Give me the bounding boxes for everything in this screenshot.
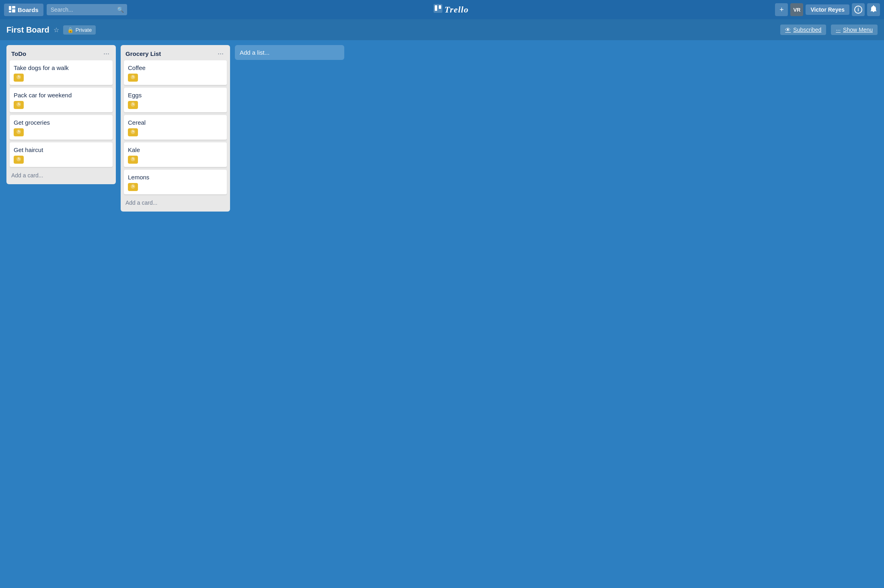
list-title: Grocery List: [125, 50, 161, 57]
board-privacy-button[interactable]: 🔒 Private: [63, 25, 96, 35]
trello-logo-text: Trello: [444, 4, 469, 15]
card[interactable]: Kale: [124, 142, 227, 167]
trello-logo-icon: [434, 4, 442, 15]
user-name-label: Victor Reyes: [810, 6, 845, 13]
card-title: Coffee: [128, 64, 223, 71]
svg-rect-0: [9, 6, 11, 10]
board-content: ToDo···Take dogs for a walkPack car for …: [0, 40, 884, 216]
subscribed-label: Subscribed: [793, 27, 821, 33]
show-menu-label: Show Menu: [843, 27, 873, 33]
card[interactable]: Lemons: [124, 170, 227, 195]
eye-icon: 👁: [785, 27, 791, 33]
board-header: First Board ☆ 🔒 Private 👁 Subscribed ···…: [0, 19, 884, 40]
ellipsis-icon: ···: [836, 27, 841, 33]
card[interactable]: Coffee: [124, 60, 227, 85]
clock-icon: [130, 102, 136, 108]
add-icon: +: [779, 6, 784, 14]
svg-rect-5: [435, 5, 437, 11]
add-list-label: Add a list...: [240, 49, 269, 56]
list-todo: ToDo···Take dogs for a walkPack car for …: [6, 45, 116, 184]
clock-icon: [16, 102, 21, 108]
clock-icon: [16, 156, 21, 163]
svg-rect-1: [12, 6, 15, 8]
card-title: Get groceries: [14, 119, 109, 126]
add-card-button[interactable]: Add a card...: [10, 170, 113, 181]
add-button[interactable]: +: [775, 3, 788, 16]
clock-icon: [130, 156, 136, 163]
search-input[interactable]: [47, 4, 127, 15]
list-grocery: Grocery List···CoffeeEggsCerealKaleLemon…: [121, 45, 230, 212]
header-right: + VR Victor Reyes i: [775, 3, 880, 16]
card-title: Get haircut: [14, 146, 109, 153]
add-list-button[interactable]: Add a list...: [235, 45, 344, 60]
card-title: Take dogs for a walk: [14, 64, 109, 71]
board-header-right: 👁 Subscribed ··· Show Menu: [780, 25, 878, 35]
info-icon: i: [854, 6, 862, 14]
lock-icon: 🔒: [67, 27, 74, 33]
list-header: Grocery List···: [124, 48, 227, 60]
card-badge: [14, 156, 24, 164]
card[interactable]: Pack car for weekend: [10, 88, 113, 113]
card-badge: [128, 128, 138, 136]
card-title: Kale: [128, 146, 223, 153]
clock-icon: [16, 129, 21, 136]
list-title: ToDo: [11, 50, 26, 57]
card-badge: [14, 101, 24, 109]
card-title: Pack car for weekend: [14, 92, 109, 99]
star-icon: ☆: [53, 27, 59, 33]
privacy-label: Private: [76, 27, 92, 33]
card-badge: [128, 183, 138, 191]
card[interactable]: Take dogs for a walk: [10, 60, 113, 85]
search-icon: 🔍: [117, 6, 124, 13]
subscribed-button[interactable]: 👁 Subscribed: [780, 25, 826, 35]
svg-rect-6: [439, 5, 441, 9]
app-header: Boards 🔍 Trello + VR Victor Reyes i: [0, 0, 884, 19]
card-title: Eggs: [128, 92, 223, 99]
search-wrapper: 🔍: [47, 4, 127, 15]
card-badge: [128, 74, 138, 82]
svg-rect-3: [9, 11, 11, 12]
card[interactable]: Eggs: [124, 88, 227, 113]
board-star-button[interactable]: ☆: [53, 26, 59, 34]
clock-icon: [130, 184, 136, 190]
list-menu-button[interactable]: ···: [216, 50, 225, 57]
list-header: ToDo···: [10, 48, 113, 60]
board-title: First Board: [6, 25, 49, 35]
avatar-initials: VR: [793, 7, 800, 13]
card-badge: [14, 128, 24, 136]
user-name-button[interactable]: Victor Reyes: [806, 4, 849, 15]
boards-button[interactable]: Boards: [4, 4, 43, 16]
clock-icon: [130, 129, 136, 136]
card-badge: [14, 74, 24, 82]
notifications-button[interactable]: [867, 3, 880, 16]
show-menu-button[interactable]: ··· Show Menu: [831, 25, 878, 35]
bell-icon: [870, 5, 877, 14]
card[interactable]: Cereal: [124, 115, 227, 140]
trello-logo: Trello: [130, 4, 772, 15]
card-title: Lemons: [128, 174, 223, 181]
info-button[interactable]: i: [852, 3, 865, 16]
add-card-button[interactable]: Add a card...: [124, 197, 227, 208]
list-menu-button[interactable]: ···: [102, 50, 111, 57]
boards-label: Boards: [18, 6, 39, 13]
card-badge: [128, 101, 138, 109]
card-title: Cereal: [128, 119, 223, 126]
clock-icon: [16, 74, 21, 81]
svg-rect-2: [12, 9, 15, 12]
card[interactable]: Get groceries: [10, 115, 113, 140]
avatar-button[interactable]: VR: [790, 3, 803, 16]
card[interactable]: Get haircut: [10, 142, 113, 167]
card-badge: [128, 156, 138, 164]
boards-board-icon: [9, 6, 15, 14]
clock-icon: [130, 74, 136, 81]
